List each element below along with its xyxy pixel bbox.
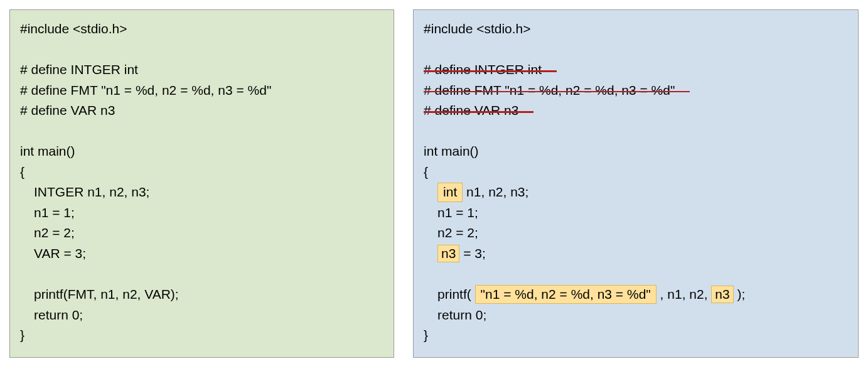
code-line: } (20, 325, 383, 346)
code-line: } (424, 325, 848, 346)
code-line: n2 = 2; (424, 223, 848, 244)
code-line: n2 = 2; (20, 223, 383, 244)
code-line: n3 = 3; (424, 244, 848, 264)
code-line: # define VAR n3 (20, 100, 383, 121)
code-line: printf(FMT, n1, n2, VAR); (20, 284, 383, 305)
blank-line (424, 121, 848, 142)
code-line: int main() (20, 141, 383, 162)
code-line: VAR = 3; (20, 244, 383, 264)
highlight-n3: n3 (711, 286, 733, 303)
blank-line (20, 264, 383, 285)
highlight-fmt: "n1 = %d, n2 = %d, n3 = %d" (475, 285, 656, 304)
code-line: INTGER n1, n2, n3; (20, 182, 383, 203)
code-line: # define INTGER int (20, 60, 383, 80)
code-line: int n1, n2, n3; (424, 182, 848, 203)
code-text: = 3; (459, 246, 485, 260)
strike-line: # define VAR n3 (424, 100, 518, 121)
code-line: n1 = 1; (424, 203, 848, 223)
code-line: { (20, 162, 383, 183)
code-line: return 0; (20, 305, 383, 326)
code-panel-before: #include <stdio.h> # define INTGER int #… (9, 9, 394, 358)
code-text: , n1, n2, (656, 287, 712, 301)
blank-line (424, 264, 848, 285)
blank-line (20, 121, 383, 142)
code-text: ); (734, 287, 746, 301)
code-line: printf( "n1 = %d, n2 = %d, n3 = %d" , n1… (424, 284, 848, 305)
code-line-struck: # define FMT "n1 = %d, n2 = %d, n3 = %d" (424, 80, 848, 101)
strike-line: # define FMT "n1 = %d, n2 = %d, n3 = %d" (424, 80, 675, 101)
code-line: #include <stdio.h> (424, 19, 848, 40)
code-line: int main() (424, 141, 848, 162)
code-text: n1, n2, n3; (463, 185, 528, 199)
code-line-struck: # define INTGER int (424, 60, 848, 80)
code-line: # define FMT "n1 = %d, n2 = %d, n3 = %d" (20, 80, 383, 101)
code-line-struck: # define VAR n3 (424, 100, 848, 121)
code-line: { (424, 162, 848, 183)
blank-line (20, 40, 383, 60)
code-line: n1 = 1; (20, 203, 383, 223)
highlight-int: int (437, 183, 463, 201)
code-text: printf( (437, 287, 475, 301)
highlight-n3: n3 (437, 245, 459, 262)
strike-line: # define INTGER int (424, 60, 542, 80)
code-line: return 0; (424, 305, 848, 326)
code-line: #include <stdio.h> (20, 19, 383, 40)
code-panel-after: #include <stdio.h> # define INTGER int #… (413, 9, 859, 358)
blank-line (424, 40, 848, 60)
